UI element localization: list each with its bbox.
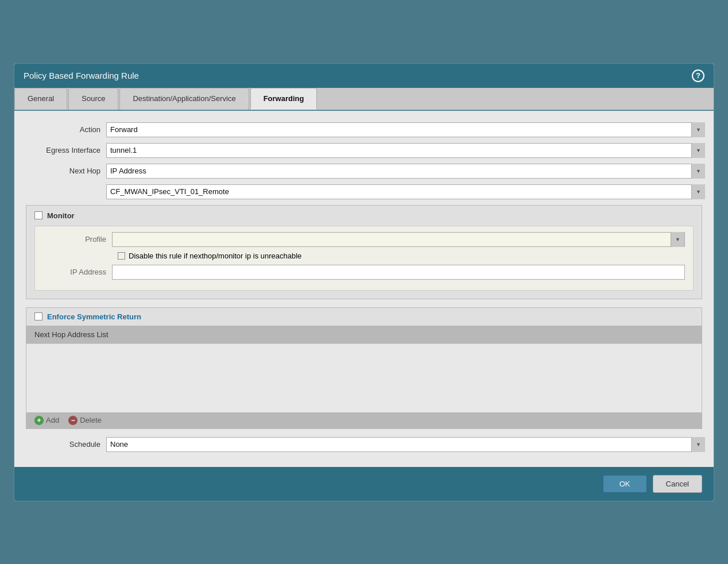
next-hop-second-value: CF_MWAN_IPsec_VTI_01_Remote xyxy=(110,187,691,196)
action-control: Forward xyxy=(106,122,702,137)
egress-interface-label: Egress Interface xyxy=(26,146,106,154)
next-hop-list-header: Next Hop Address List xyxy=(26,326,702,343)
enforce-title: Enforce Symmetric Return xyxy=(47,312,141,321)
monitor-fields: Profile Disable this rule if nexthop/mon… xyxy=(34,226,694,291)
footer: OK Cancel xyxy=(14,467,714,501)
tab-bar: General Source Destination/Application/S… xyxy=(14,88,714,111)
monitor-title: Monitor xyxy=(47,211,75,220)
dialog-title: Policy Based Forwarding Rule xyxy=(24,71,139,80)
next-hop-dropdown-arrow[interactable] xyxy=(691,164,705,179)
dialog: Policy Based Forwarding Rule ? General S… xyxy=(14,63,714,501)
action-select[interactable]: Forward xyxy=(106,122,702,137)
monitor-section: Monitor Profile Disable this rul xyxy=(26,205,702,299)
next-hop-control: IP Address xyxy=(106,164,702,179)
cancel-button[interactable]: Cancel xyxy=(653,475,702,493)
egress-interface-select[interactable]: tunnel.1 xyxy=(106,143,702,158)
next-hop-row: Next Hop IP Address xyxy=(26,164,702,179)
next-hop-list-footer: + Add − Delete xyxy=(26,412,702,428)
egress-interface-row: Egress Interface tunnel.1 xyxy=(26,143,702,158)
next-hop-second-control: CF_MWAN_IPsec_VTI_01_Remote xyxy=(106,184,702,199)
monitor-header: Monitor xyxy=(34,211,694,220)
next-hop-second-select[interactable]: CF_MWAN_IPsec_VTI_01_Remote xyxy=(106,184,702,199)
delete-icon: − xyxy=(68,416,78,425)
schedule-row: Schedule None xyxy=(26,437,702,452)
tab-source[interactable]: Source xyxy=(68,88,118,110)
add-label: Add xyxy=(46,416,59,424)
schedule-label: Schedule xyxy=(26,440,106,449)
tab-destination[interactable]: Destination/Application/Service xyxy=(119,88,249,110)
egress-interface-value: tunnel.1 xyxy=(110,146,691,154)
next-hop-list-label: Next Hop Address List xyxy=(34,330,109,339)
schedule-value: None xyxy=(110,440,691,449)
action-row: Action Forward xyxy=(26,122,702,137)
enforce-section: Enforce Symmetric Return Next Hop Addres… xyxy=(26,307,702,429)
tab-general[interactable]: General xyxy=(14,88,67,110)
content-area: Action Forward Egress Interface tunnel.1… xyxy=(14,111,714,467)
enforce-checkbox[interactable] xyxy=(34,312,42,320)
add-button[interactable]: + Add xyxy=(34,416,59,425)
egress-interface-dropdown-arrow[interactable] xyxy=(691,143,705,158)
profile-row: Profile xyxy=(43,232,685,247)
next-hop-second-dropdown-arrow[interactable] xyxy=(691,184,705,199)
ip-address-row: IP Address xyxy=(43,265,685,280)
delete-button[interactable]: − Delete xyxy=(68,416,102,425)
tab-forwarding[interactable]: Forwarding xyxy=(250,88,317,110)
next-hop-value: IP Address xyxy=(110,167,691,175)
ip-address-input[interactable] xyxy=(112,265,685,280)
schedule-dropdown-arrow[interactable] xyxy=(691,437,705,452)
schedule-control: None xyxy=(106,437,702,452)
title-bar: Policy Based Forwarding Rule ? xyxy=(14,64,714,88)
help-icon[interactable]: ? xyxy=(692,69,704,82)
profile-select[interactable] xyxy=(112,232,685,247)
action-dropdown-arrow[interactable] xyxy=(691,122,705,137)
egress-interface-control: tunnel.1 xyxy=(106,143,702,158)
disable-rule-checkbox[interactable] xyxy=(118,252,125,260)
monitor-checkbox[interactable] xyxy=(34,211,42,219)
next-hop-second-row: CF_MWAN_IPsec_VTI_01_Remote xyxy=(26,184,702,199)
profile-label: Profile xyxy=(43,235,112,244)
next-hop-label: Next Hop xyxy=(26,167,106,175)
add-icon: + xyxy=(34,416,44,425)
next-hop-list-body xyxy=(26,343,702,412)
ok-button[interactable]: OK xyxy=(603,475,647,493)
profile-dropdown-arrow[interactable] xyxy=(671,232,684,247)
delete-label: Delete xyxy=(80,416,102,424)
schedule-select[interactable]: None xyxy=(106,437,702,452)
action-value: Forward xyxy=(110,125,691,134)
next-hop-select[interactable]: IP Address xyxy=(106,164,702,179)
action-label: Action xyxy=(26,125,106,134)
enforce-header: Enforce Symmetric Return xyxy=(26,308,702,326)
disable-rule-row: Disable this rule if nexthop/monitor ip … xyxy=(43,252,685,260)
disable-rule-label: Disable this rule if nexthop/monitor ip … xyxy=(129,252,301,260)
ip-address-label: IP Address xyxy=(43,268,112,276)
